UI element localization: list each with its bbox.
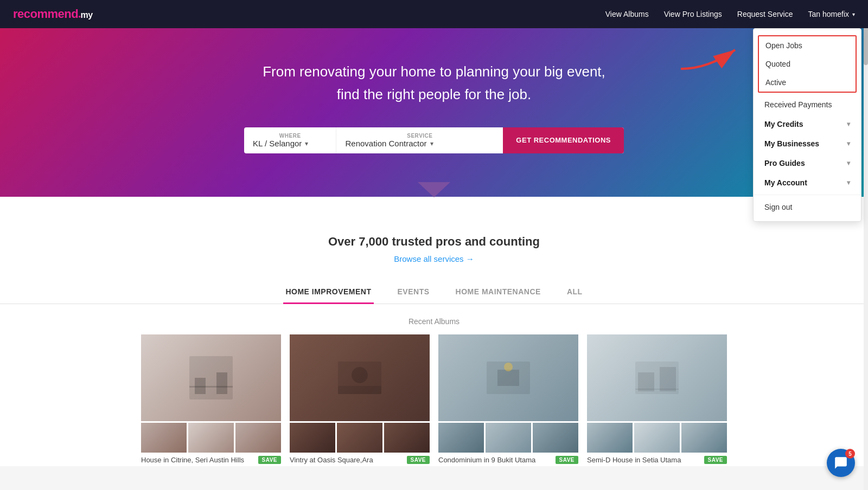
tab-home-improvement[interactable]: HOME IMPROVEMENT <box>283 281 373 304</box>
album-footer: Vintry at Oasis Square,Ara SAVE <box>290 453 430 466</box>
album-title: Condominium in 9 Bukit Utama <box>438 456 535 464</box>
save-badge[interactable]: SAVE <box>704 456 727 464</box>
nav-view-pro-listings[interactable]: View Pro Listings <box>664 10 722 18</box>
svg-rect-11 <box>638 372 654 391</box>
tab-events[interactable]: EVENTS <box>395 281 432 304</box>
album-title: Semi-D House in Setia Utama <box>587 456 681 464</box>
album-thumbnails <box>141 423 281 453</box>
location-dropdown-icon: ▾ <box>305 140 308 147</box>
hero-section: From renovating your home to planning yo… <box>0 28 868 197</box>
svg-point-9 <box>504 363 513 371</box>
category-tabs: HOME IMPROVEMENT EVENTS HOME MAINTENANCE… <box>0 280 868 304</box>
location-section[interactable]: WHERE KL / Selangor ▾ <box>244 127 336 153</box>
tab-all[interactable]: ALL <box>565 281 585 304</box>
save-badge[interactable]: SAVE <box>556 456 579 464</box>
navbar-right: View Albums View Pro Listings Request Se… <box>605 10 855 18</box>
user-chevron-icon: ▾ <box>852 11 855 17</box>
dropdown-received-payments[interactable]: Received Payments <box>754 95 861 114</box>
scrollbar[interactable] <box>864 0 868 466</box>
album-card[interactable]: Semi-D House in Setia Utama SAVE <box>587 334 727 466</box>
service-value: Renovation Contractor <box>345 139 426 148</box>
dropdown-open-jobs[interactable]: Open Jobs <box>759 36 856 55</box>
album-card[interactable]: Vintry at Oasis Square,Ara SAVE <box>290 334 430 466</box>
album-image-placeholder <box>338 362 381 394</box>
album-footer: Semi-D House in Setia Utama SAVE <box>587 453 727 466</box>
save-badge[interactable]: SAVE <box>258 456 282 464</box>
album-title: Vintry at Oasis Square,Ara <box>290 456 373 464</box>
album-footer: Condominium in 9 Bukit Utama SAVE <box>438 453 578 466</box>
album-thumbnails <box>290 423 430 453</box>
dropdown-my-businesses[interactable]: My Businesses ▾ <box>754 134 861 153</box>
hero-arrow-decoration <box>418 182 450 197</box>
album-main-image <box>438 334 578 421</box>
logo[interactable]: recommend●my <box>13 7 93 21</box>
album-thumb <box>681 423 727 453</box>
service-section[interactable]: SERVICE Renovation Contractor ▾ <box>336 127 503 153</box>
dropdown-divider <box>754 195 861 195</box>
dropdown-sign-out[interactable]: Sign out <box>754 197 861 217</box>
album-thumb <box>290 423 335 453</box>
album-thumb <box>587 423 633 453</box>
album-title: House in Citrine, Seri Austin Hills <box>141 456 244 464</box>
album-thumb <box>188 423 234 453</box>
svg-rect-3 <box>189 386 233 388</box>
dropdown-my-account[interactable]: My Account ▾ <box>754 173 861 192</box>
album-thumb <box>235 423 281 453</box>
svg-point-5 <box>352 367 368 383</box>
chevron-down-icon: ▾ <box>847 120 850 128</box>
nav-view-albums[interactable]: View Albums <box>605 10 649 18</box>
album-main-image <box>141 334 281 421</box>
album-image-placeholder <box>189 356 233 399</box>
album-image-placeholder <box>487 362 530 394</box>
chat-badge: 5 <box>845 449 855 459</box>
album-thumb <box>384 423 430 453</box>
service-dropdown-icon: ▾ <box>430 140 433 147</box>
album-footer: House in Citrine, Seri Austin Hills SAVE <box>141 453 281 466</box>
svg-rect-6 <box>338 386 381 394</box>
dropdown-my-credits[interactable]: My Credits ▾ <box>754 114 861 134</box>
album-card[interactable]: Condominium in 9 Bukit Utama SAVE <box>438 334 578 466</box>
trust-section: Over 7,000 trusted pros and counting Bro… <box>0 224 868 264</box>
svg-rect-2 <box>216 372 227 394</box>
search-bar: WHERE KL / Selangor ▾ SERVICE Renovation… <box>244 127 624 153</box>
location-value: KL / Selangor <box>253 139 302 148</box>
trust-heading: Over 7,000 trusted pros and counting <box>11 235 857 249</box>
service-label: SERVICE <box>345 133 494 139</box>
svg-rect-12 <box>660 367 676 391</box>
album-main-image <box>587 334 727 421</box>
logo-text: recommend●my <box>13 7 93 21</box>
chat-icon <box>834 456 848 466</box>
dropdown-highlight-group: Open Jobs Quoted Active <box>758 35 857 93</box>
get-recommendations-button[interactable]: GET RECOMMENDATIONS <box>503 127 624 153</box>
chevron-down-icon: ▾ <box>847 179 850 186</box>
album-thumb <box>141 423 187 453</box>
user-dropdown-menu: Open Jobs Quoted Active Received Payment… <box>753 28 861 222</box>
album-card[interactable]: House in Citrine, Seri Austin Hills SAVE <box>141 334 281 466</box>
album-thumb <box>533 423 578 453</box>
nav-request-service[interactable]: Request Service <box>737 10 793 18</box>
album-thumbnails <box>438 423 578 453</box>
album-thumb <box>337 423 382 453</box>
chevron-down-icon: ▾ <box>847 140 850 147</box>
album-image-placeholder <box>635 362 679 394</box>
save-badge[interactable]: SAVE <box>407 456 430 464</box>
album-thumb <box>634 423 680 453</box>
tab-home-maintenance[interactable]: HOME MAINTENANCE <box>454 281 543 304</box>
navbar: recommend●my View Albums View Pro Listin… <box>0 0 868 28</box>
browse-all-services-link[interactable]: Browse all services → <box>394 254 474 263</box>
album-thumbnails <box>587 423 727 453</box>
album-thumb <box>438 423 484 453</box>
main-content: Over 7,000 trusted pros and counting Bro… <box>0 197 868 466</box>
where-label: WHERE <box>253 133 327 139</box>
user-menu-trigger[interactable]: Tan homefix ▾ <box>808 10 855 18</box>
chevron-down-icon: ▾ <box>847 159 850 167</box>
user-name: Tan homefix <box>808 10 849 18</box>
dropdown-pro-guides[interactable]: Pro Guides ▾ <box>754 153 861 173</box>
dropdown-active[interactable]: Active <box>759 73 856 92</box>
album-main-image <box>290 334 430 421</box>
hero-heading: From renovating your home to planning yo… <box>11 61 857 106</box>
album-grid: House in Citrine, Seri Austin Hills SAVE… <box>108 334 760 466</box>
dropdown-quoted[interactable]: Quoted <box>759 55 856 73</box>
album-thumb <box>486 423 531 453</box>
recent-albums-label: Recent Albums <box>0 317 868 326</box>
